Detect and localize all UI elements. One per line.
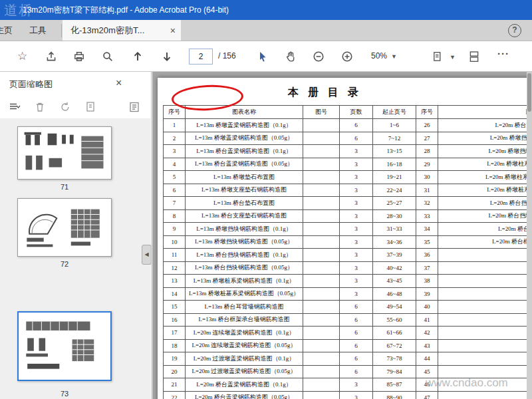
toc-header-cell: 起止页号 bbox=[373, 106, 416, 119]
toc-cell bbox=[438, 339, 532, 352]
toc-cell: 4 bbox=[164, 158, 186, 171]
tab-document-label: 化-13m20m密肋T... bbox=[70, 25, 144, 35]
toc-cell: 28~30 bbox=[373, 209, 416, 223]
toc-row: 21L=20m 桥台盖梁钢筋构造图（0.1g）385~8746 bbox=[164, 378, 532, 392]
next-page-icon[interactable] bbox=[161, 51, 173, 63]
toc-cell: L=13m 桥台支座垫石钢筋构造图 bbox=[186, 209, 303, 223]
tab-document[interactable]: 化-13m20m密肋T... × bbox=[63, 20, 181, 41]
favorite-star-icon[interactable]: ☆ bbox=[17, 51, 29, 63]
toc-cell bbox=[438, 391, 532, 399]
toc-cell bbox=[438, 352, 532, 366]
toc-cell: 34 bbox=[416, 223, 438, 236]
thumbnail-options-icon[interactable] bbox=[8, 100, 21, 114]
toc-cell bbox=[438, 301, 532, 314]
rotate-pages-icon[interactable] bbox=[59, 100, 72, 114]
toc-cell: L=20m 桥墩柱系梁钢筋构造图（0.1g） bbox=[438, 158, 532, 171]
toc-cell: 67~72 bbox=[373, 339, 416, 352]
toc-row: 10L=13m 桥墩挡块钢筋构造图（0.05g）334~3635L=20m 桥台… bbox=[164, 235, 532, 249]
chevron-down-icon: ▼ bbox=[450, 54, 456, 61]
toc-cell bbox=[303, 249, 340, 262]
window-titlebar: 13m20m密肋T梁下部结构.pdf - Adobe Acrobat Pro (… bbox=[0, 0, 532, 20]
toc-row: 17L=20m 连续墩盖梁钢筋构造图（0.1g）661~6642 bbox=[164, 327, 532, 340]
document-view: 本 册 目 录 序号 图表名称 图号 页数 起止页号 序号 图表名称 bbox=[152, 72, 532, 399]
vertical-scrollbar[interactable] bbox=[527, 72, 532, 399]
toc-cell bbox=[303, 132, 340, 145]
thumbnail-label: 72 bbox=[17, 260, 112, 268]
panel-header: 页面缩略图 × bbox=[0, 72, 151, 96]
search-icon[interactable] bbox=[102, 51, 114, 63]
scrollbar-thumb[interactable] bbox=[527, 73, 531, 112]
delete-pages-icon[interactable] bbox=[33, 100, 47, 114]
page-fit-icon[interactable] bbox=[432, 51, 444, 63]
toc-cell: 41 bbox=[416, 313, 438, 327]
print-icon[interactable] bbox=[73, 51, 85, 63]
extract-pages-icon[interactable] bbox=[84, 100, 97, 114]
page-number-input[interactable] bbox=[189, 49, 213, 65]
toc-row: 15L=13m 桥台耳背墙钢筋构造图649~5440 bbox=[164, 301, 532, 314]
tab-close-icon[interactable]: × bbox=[170, 20, 176, 41]
toc-cell: L=13m 桥墩桩系梁钢筋构造图（0.1g） bbox=[186, 275, 303, 288]
toc-cell: 35 bbox=[416, 235, 438, 249]
toc-cell: 6 bbox=[340, 313, 373, 327]
thumbnail-page-73[interactable] bbox=[17, 311, 112, 381]
tab-bar: 主页 工具 化-13m20m密肋T... × ? bbox=[0, 20, 532, 41]
toc-row: 16L=13m 桥台框架承台墙钢筋构造图655~6041 bbox=[164, 313, 532, 327]
more-tools-icon[interactable]: ··· bbox=[497, 48, 509, 59]
toc-row: 20L=20m 过渡墩盖梁钢筋构造图（0.05g）679~8445 bbox=[164, 365, 532, 378]
toc-cell: L=13m 桥台盖梁钢筋构造图（0.1g） bbox=[186, 145, 303, 158]
thumbnail-page-71[interactable] bbox=[17, 126, 112, 180]
toc-cell bbox=[303, 352, 340, 366]
toc-cell bbox=[303, 301, 340, 314]
toc-cell: 3 bbox=[340, 391, 373, 399]
help-icon[interactable]: ? bbox=[508, 24, 521, 37]
toc-cell: L=20m 过渡墩盖梁钢筋构造图（0.1g） bbox=[186, 352, 303, 366]
toc-cell: 30 bbox=[416, 171, 438, 184]
toc-cell bbox=[438, 365, 532, 378]
toc-cell: 55~60 bbox=[373, 313, 416, 327]
previous-page-icon[interactable] bbox=[132, 51, 144, 63]
toc-cell: L=20m 桥墩挡块钢筋构造图（0.05g） bbox=[438, 145, 532, 158]
toc-cell: L=13m 桥墩挡块钢筋构造图（0.05g） bbox=[186, 235, 303, 249]
toc-cell: 34~36 bbox=[373, 235, 416, 249]
toc-cell: 28 bbox=[416, 145, 438, 158]
toc-row: 4L=13m 桥台盖梁钢筋构造图（0.05g）316~1829L=20m 桥墩柱… bbox=[164, 158, 532, 171]
toc-cell bbox=[438, 261, 532, 275]
zoom-level-dropdown[interactable]: 50%▼ bbox=[371, 51, 397, 61]
panel-settings-icon[interactable] bbox=[128, 100, 141, 114]
page-total-label: / 156 bbox=[218, 51, 236, 61]
toc-cell: 3 bbox=[340, 235, 373, 249]
panel-collapse-handle[interactable]: ◀ bbox=[142, 245, 152, 265]
toc-table: 序号 图表名称 图号 页数 起止页号 序号 图表名称 1L=13m 桥墩盖梁钢筋… bbox=[163, 105, 532, 399]
toc-cell: L=13m 桥墩盖梁钢筋构造图（0.05g） bbox=[186, 132, 303, 145]
toc-cell: 12 bbox=[164, 261, 186, 275]
share-icon[interactable] bbox=[45, 51, 57, 63]
panel-close-icon[interactable]: × bbox=[116, 77, 122, 89]
toc-cell: 47 bbox=[416, 391, 438, 399]
scroll-view-icon[interactable] bbox=[468, 51, 480, 63]
toc-cell: L=13m 桥墩垫石布置图 bbox=[186, 171, 303, 184]
toc-cell: 31~33 bbox=[373, 223, 416, 236]
thumbnail-page-72[interactable] bbox=[17, 198, 112, 257]
toc-cell: L=20m 桥台挡块钢筋构造图（0.1g） bbox=[438, 197, 532, 210]
toc-cell: L=13m 桥台盖梁钢筋构造图（0.05g） bbox=[186, 158, 303, 171]
toc-row: 2L=13m 桥墩盖梁钢筋构造图（0.05g）67~1227L=20m 桥墩挡块… bbox=[164, 132, 532, 145]
zoom-out-icon[interactable] bbox=[313, 51, 325, 63]
toc-cell: L=20m 桥台盖梁钢筋构造图（0.1g） bbox=[186, 378, 303, 392]
toc-cell: L=20m 过渡墩盖梁钢筋构造图（0.05g） bbox=[186, 365, 303, 378]
toc-cell: 3 bbox=[164, 145, 186, 158]
zoom-in-icon[interactable] bbox=[341, 51, 353, 63]
toc-row: 19L=20m 过渡墩盖梁钢筋构造图（0.1g）673~7844 bbox=[164, 352, 532, 366]
tab-tools[interactable]: 工具 bbox=[20, 20, 56, 41]
toc-cell bbox=[303, 339, 340, 352]
tab-home[interactable]: 主页 bbox=[0, 20, 17, 41]
toc-cell: 38 bbox=[416, 275, 438, 288]
hand-tool-icon[interactable] bbox=[285, 51, 297, 63]
toc-cell bbox=[303, 313, 340, 327]
toc-cell: L=13m 桥台挡块钢筋构造图（0.1g） bbox=[186, 249, 303, 262]
select-tool-icon[interactable] bbox=[257, 51, 269, 63]
toc-cell bbox=[303, 145, 340, 158]
toc-cell bbox=[303, 275, 340, 288]
toc-cell bbox=[438, 287, 532, 301]
toc-cell: 88~90 bbox=[373, 391, 416, 399]
toc-cell: 7 bbox=[164, 197, 186, 210]
